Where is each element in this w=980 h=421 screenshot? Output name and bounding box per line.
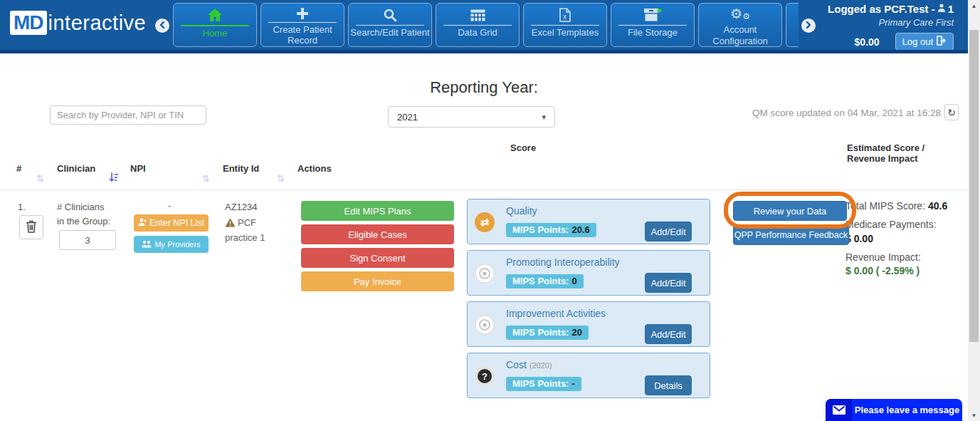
top-navbar: MD interactive Home Create Patient Re: [0, 0, 968, 50]
nav-item-file-storage[interactable]: File Storage: [611, 3, 695, 47]
points-label: MIPS Points:: [512, 378, 569, 389]
mips-points-badge: MIPS Points:20.6: [506, 223, 596, 237]
medicare-payments: Medicare Payments: $ 0.00: [845, 218, 954, 246]
trash-icon: [26, 220, 37, 235]
nav-item-create-patient-record[interactable]: Create Patient Record: [260, 3, 344, 47]
nav-item-excel-templates[interactable]: x Excel Templates: [523, 3, 607, 47]
header-clinician: Clinician: [57, 163, 95, 174]
nav-scroll-left-button[interactable]: [155, 19, 169, 33]
user-info: Logged as PCF.Test - 1 Primary Care Firs…: [811, 3, 954, 51]
chat-widget[interactable]: Please leave a message: [826, 399, 962, 421]
sign-consent-button[interactable]: Sign Consent: [301, 248, 454, 268]
header-estimated-line1: Estimated Score /: [847, 142, 924, 153]
total-mips-score: Total MIPS Score: 40.6: [845, 199, 954, 213]
mips-points-badge: MIPS Points:-: [506, 377, 581, 391]
points-label: MIPS Points:: [512, 276, 569, 286]
nav-item-account-configuration[interactable]: ⚙⚙ Account Configuration: [698, 3, 782, 47]
logout-button[interactable]: Log out: [895, 33, 954, 51]
refresh-button[interactable]: ↻: [944, 104, 959, 120]
entity-id: AZ1234: [225, 202, 258, 212]
ia-add-edit-button[interactable]: Add/Edit: [645, 324, 692, 344]
clinicians-label-line2: in the Group:: [57, 216, 110, 227]
header-entity-id: Entity Id: [223, 163, 259, 174]
my-providers-button[interactable]: My Providers: [134, 236, 209, 253]
header-estimated-score: Estimated Score / Revenue Impact: [847, 142, 924, 164]
nav-item-partial[interactable]: [786, 3, 799, 47]
navbar-bottom-strip: [0, 50, 968, 53]
chevron-down-icon: ▾: [542, 113, 546, 122]
scroll-down-arrow[interactable]: ▼: [968, 410, 980, 421]
points-value: 20: [571, 327, 581, 338]
account-balance: $0.00: [855, 36, 880, 48]
score-card-quality: ⇄ Quality MIPS Points:20.6 Add/Edit: [467, 199, 710, 244]
points-label: MIPS Points:: [512, 327, 569, 338]
logged-as-text: Logged as PCF.Test -: [828, 3, 935, 15]
clinicians-label-line1: # Clinicians: [57, 202, 104, 212]
header-num: #: [16, 163, 21, 174]
category-name: Promoting Interoperability: [506, 256, 620, 268]
nav-item-data-grid[interactable]: Data Grid: [436, 3, 520, 47]
vertical-scrollbar[interactable]: ▲ ▼: [968, 0, 980, 421]
nav-item-label: Account Configuration: [699, 24, 781, 46]
header-score: Score: [510, 142, 536, 153]
logo-md: MD: [10, 11, 47, 35]
grid-icon: [470, 7, 485, 23]
header-actions: Actions: [297, 163, 332, 174]
user-count: 1: [948, 3, 954, 15]
nav-item-label: Create Patient Record: [261, 24, 344, 46]
sort-amount-icon[interactable]: [109, 172, 119, 184]
category-title[interactable]: Improvement Activities: [506, 308, 608, 319]
qm-score-updated-text: QM score updated on 04 Mar, 2021 at 16:2…: [712, 108, 941, 118]
scroll-up-arrow[interactable]: ▲: [968, 0, 980, 11]
quality-add-edit-button[interactable]: Add/Edit: [645, 222, 692, 241]
users-icon: [142, 240, 152, 249]
qpp-performance-feedback-button[interactable]: QPP Performance Feedback: [733, 225, 849, 245]
revenue-impact: Revenue Impact: $ 0.00 ( -2.59% ): [845, 251, 954, 279]
nav-item-home[interactable]: Home: [173, 3, 257, 47]
points-value: -: [571, 378, 574, 389]
sort-icon[interactable]: ⇅: [277, 173, 285, 184]
eligible-cases-button[interactable]: Eligible Cases: [301, 224, 454, 244]
sort-icon[interactable]: ⇅: [36, 173, 44, 184]
nav-underline: [531, 25, 599, 26]
enter-npi-list-button[interactable]: Enter NPI List: [134, 214, 209, 232]
category-title[interactable]: Promoting Interoperability: [506, 256, 623, 268]
clinician-count-input[interactable]: [59, 230, 116, 250]
pay-invoice-button[interactable]: Pay Invoice: [301, 271, 454, 291]
category-title[interactable]: Cost(2020): [506, 359, 552, 370]
my-providers-label: My Providers: [154, 240, 200, 249]
envelope-icon: [826, 399, 852, 421]
nav-item-search-edit-patient[interactable]: Search/Edit Patient: [348, 3, 432, 47]
sort-icon[interactable]: ⇅: [202, 173, 210, 184]
logout-label: Log out: [902, 36, 933, 47]
logo[interactable]: MD interactive: [10, 11, 146, 35]
category-name: Quality: [506, 205, 537, 217]
chevron-left-icon: [159, 19, 166, 32]
table-divider: [0, 189, 968, 190]
totals-block: Total MIPS Score: 40.6 Medicare Payments…: [845, 199, 954, 284]
nav-underline: [181, 25, 249, 26]
category-suffix: (2020): [529, 361, 552, 370]
exchange-icon: ⇄: [475, 212, 495, 232]
org-name: Primary Care First: [811, 17, 954, 28]
year-select[interactable]: 2021 ▾: [388, 106, 555, 128]
home-icon: [207, 7, 223, 23]
delete-row-button[interactable]: [19, 215, 43, 239]
row-number: 1.: [18, 202, 26, 212]
cost-details-button[interactable]: Details: [645, 375, 692, 395]
points-label: MIPS Points:: [512, 224, 569, 235]
edit-mips-plans-button[interactable]: Edit MIPS Plans: [301, 201, 454, 221]
score-card-cost: ? Cost(2020) MIPS Points:- Details: [467, 353, 710, 398]
npi-value: -: [168, 200, 171, 211]
review-your-data-button[interactable]: Review your Data: [733, 201, 847, 221]
category-title[interactable]: Quality: [506, 205, 540, 217]
nav-item-label: File Storage: [628, 27, 678, 38]
pi-add-edit-button[interactable]: Add/Edit: [645, 273, 692, 293]
search-input[interactable]: [50, 105, 206, 125]
bullseye-icon: [475, 315, 495, 335]
logged-as: Logged as PCF.Test - 1: [811, 3, 954, 15]
score-card-improvement-activities: Improvement Activities MIPS Points:20 Ad…: [467, 301, 710, 347]
scrollbar-thumb[interactable]: [969, 30, 979, 342]
mips-points-badge: MIPS Points:0: [506, 274, 584, 289]
chat-label: Please leave a message: [852, 399, 962, 421]
